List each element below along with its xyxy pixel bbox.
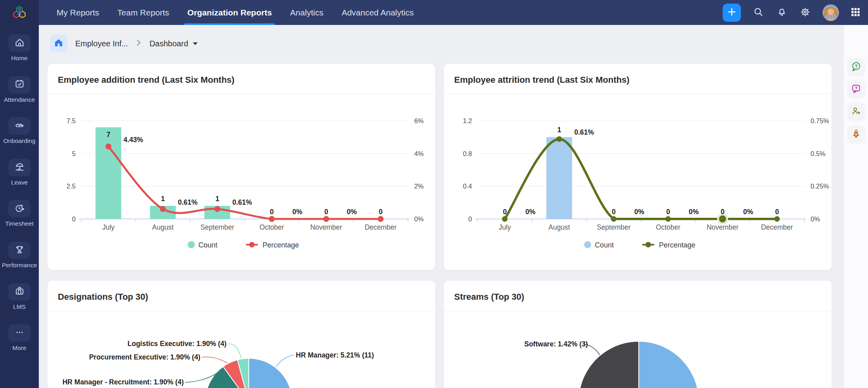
breadcrumb-page-selector[interactable]: Dashboard (149, 39, 198, 48)
line-point[interactable] (665, 216, 671, 222)
whats-new-button[interactable] (847, 126, 865, 144)
tab-advanced-analytics[interactable]: Advanced Analytics (342, 0, 414, 25)
employee-addition-chart: 7.552.506%4%2%0%JulyAugustSeptemberOctob… (48, 94, 435, 270)
legend: CountPercentage (188, 241, 299, 249)
line-point[interactable] (160, 206, 166, 212)
left-axis-tick: 0.8 (463, 150, 472, 157)
line-point[interactable] (105, 143, 111, 149)
x-axis-label: October (259, 223, 284, 231)
line-point[interactable] (719, 215, 726, 223)
line-point[interactable] (502, 216, 508, 222)
help-chat-icon: ? (851, 61, 862, 74)
breadcrumb-home-button[interactable] (50, 35, 67, 52)
line-point[interactable] (774, 216, 780, 222)
right-axis-tick: 0.25% (811, 183, 829, 190)
legend-percentage-swatch[interactable] (645, 242, 651, 247)
tab-my-reports[interactable]: My Reports (57, 0, 99, 25)
sidebar-item-performance[interactable]: Performance (0, 242, 39, 269)
add-button[interactable] (723, 4, 741, 22)
percentage-label: 0% (525, 208, 536, 216)
pie-chart-svg: Software: 1.42% (3) (444, 311, 832, 388)
leave-icon (14, 161, 25, 173)
pie-slice-software[interactable] (579, 341, 639, 388)
count-label: 0 (503, 208, 507, 216)
sidebar-item-label: Attendance (0, 96, 39, 103)
attendance-icon (14, 78, 25, 91)
legend-count-swatch[interactable] (584, 241, 591, 248)
sidebar-item-timesheet[interactable]: Timesheet (0, 200, 39, 227)
notifications-button[interactable] (773, 4, 791, 22)
chevron-right-icon (136, 39, 141, 48)
label-leader-line (228, 344, 241, 358)
x-axis-label: November (310, 223, 342, 231)
employee-attrition-trend-card: Employee attrition trend (Last Six Month… (444, 64, 832, 270)
breadcrumb-module[interactable]: Employee Inf... (75, 39, 128, 48)
tab-analytics[interactable]: Analytics (290, 0, 324, 25)
sidebar-item-attendance[interactable]: Attendance (0, 76, 39, 103)
svg-text:?: ? (855, 86, 857, 91)
profile-avatar[interactable] (822, 4, 839, 21)
percentage-label: 4.43% (124, 136, 143, 144)
lms-icon (14, 285, 25, 298)
apps-grid-button[interactable] (846, 4, 864, 22)
line-point[interactable] (556, 136, 562, 142)
x-axis-label: October (656, 223, 680, 231)
pie-slice-hr-manager[interactable] (249, 358, 292, 388)
left-axis-tick: 7.5 (67, 117, 76, 124)
sidebar-item-home[interactable]: Home (0, 34, 39, 62)
label-leader-line (276, 355, 294, 367)
user-guide-button[interactable] (847, 103, 865, 121)
trend-line (505, 139, 777, 219)
chart-title: Employee addition trend (Last Six Months… (58, 75, 234, 85)
legend-count-label: Count (595, 241, 614, 249)
performance-icon (14, 244, 25, 257)
legend-count-label: Count (198, 241, 217, 249)
count-label: 0 (379, 208, 383, 216)
legend-count-swatch[interactable] (188, 241, 195, 248)
pie-chart-svg: HR Manager: 5.21% (11)Logistics Executiv… (48, 311, 435, 388)
x-axis-label: September (200, 223, 234, 231)
line-point[interactable] (214, 206, 220, 212)
designations-pie-chart: HR Manager: 5.21% (11)Logistics Executiv… (48, 311, 435, 388)
breadcrumb-page-label: Dashboard (149, 39, 188, 48)
line-point[interactable] (269, 216, 275, 222)
percentage-label: 0% (347, 208, 357, 216)
left-axis-tick: 0 (72, 215, 76, 223)
right-axis-tick: 0.5% (811, 150, 826, 157)
apps-grid-icon (850, 7, 860, 19)
x-axis-label: September (597, 223, 631, 231)
legend-percentage-swatch[interactable] (249, 242, 255, 247)
pie-slice-other[interactable] (639, 341, 699, 388)
line-point[interactable] (611, 216, 617, 222)
streams-card: Streams (Top 30) Software: 1.42% (3) (444, 281, 832, 388)
legend-percentage-label: Percentage (659, 241, 695, 249)
line-point[interactable] (323, 216, 329, 222)
help-chat-button[interactable]: ? (847, 58, 865, 76)
sidebar-item-onboarding[interactable]: Onboarding (0, 117, 39, 145)
sidebar-item-label: Timesheet (0, 220, 39, 227)
bar[interactable] (95, 127, 121, 219)
count-label: 0 (721, 208, 725, 216)
chart-title: Streams (Top 30) (454, 292, 524, 302)
right-axis-tick: 0% (414, 215, 424, 223)
tab-organization-reports[interactable]: Organization Reports (187, 0, 272, 25)
main-content: Employee Inf... Dashboard Employee addit… (39, 25, 843, 388)
bar[interactable] (546, 137, 572, 219)
legend: CountPercentage (584, 241, 695, 249)
avatar-photo (822, 4, 839, 21)
sidebar-item-more[interactable]: More (0, 324, 39, 352)
right-axis-tick: 2% (414, 183, 424, 190)
sidebar-item-leave[interactable]: Leave (0, 159, 39, 186)
settings-button[interactable] (796, 4, 814, 22)
x-axis-label: August (152, 223, 174, 231)
feedback-button[interactable]: ? (847, 80, 865, 99)
zoho-people-logo[interactable] (10, 4, 29, 22)
line-point[interactable] (378, 216, 384, 222)
x-axis-label: December (761, 223, 793, 231)
sidebar-item-lms[interactable]: LMS (0, 283, 39, 310)
x-axis-label: December (365, 223, 397, 231)
left-axis-tick: 1.2 (463, 117, 472, 124)
search-button[interactable] (749, 4, 767, 22)
tab-team-reports[interactable]: Team Reports (117, 0, 169, 25)
gear-icon (800, 7, 811, 19)
